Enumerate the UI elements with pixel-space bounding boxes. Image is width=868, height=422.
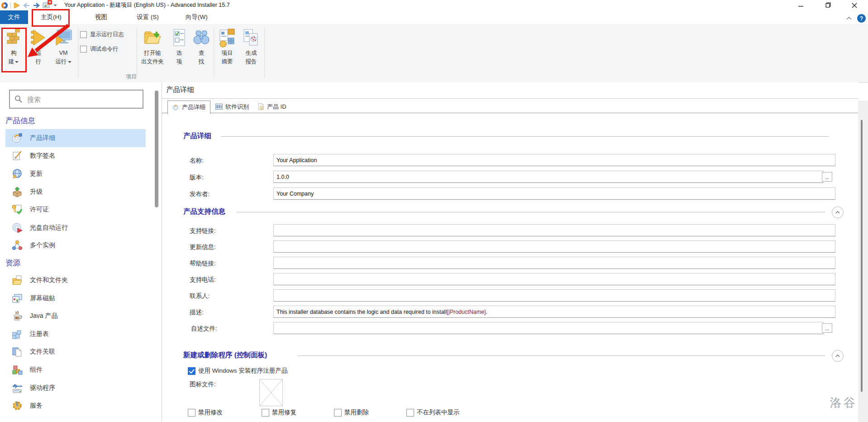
support-link-input[interactable] bbox=[273, 224, 835, 236]
build-report-icon bbox=[242, 28, 260, 48]
sidebar-search[interactable] bbox=[9, 90, 143, 109]
sidebar-item-services[interactable]: 服务 bbox=[5, 397, 146, 415]
contact-input[interactable] bbox=[273, 289, 835, 302]
restore-button[interactable] bbox=[818, 0, 838, 10]
readme-browse-button[interactable]: ... bbox=[822, 323, 832, 333]
field-label-publisher: 发布者: bbox=[190, 190, 210, 198]
sidebar-item-organization[interactable]: 组件 bbox=[5, 361, 146, 379]
readme-input[interactable] bbox=[273, 322, 824, 334]
forward-arrow-icon[interactable] bbox=[33, 2, 40, 9]
sidebar-item-upgrades[interactable]: 升级 bbox=[5, 183, 146, 201]
ribbon-separator bbox=[78, 28, 78, 78]
ribbon-separator bbox=[214, 28, 214, 78]
register-with-installer-checkbox[interactable]: 使用 Windows 安装程序注册产品 bbox=[188, 367, 287, 375]
sidebar-item-files-and-folders[interactable]: 文件和文件夹 bbox=[5, 271, 146, 289]
sidebar-item-file-associations[interactable]: 文件关联 bbox=[5, 343, 146, 361]
publisher-input[interactable] bbox=[273, 187, 835, 200]
services-gear-icon bbox=[12, 400, 23, 411]
cd-icon bbox=[172, 104, 179, 111]
chevron-up-icon bbox=[835, 211, 840, 214]
sidebar-item-autorun[interactable]: 光盘自动运行 bbox=[5, 219, 146, 237]
section-header-product-details: 产品详细 bbox=[183, 131, 215, 141]
page-title: 产品详细 bbox=[166, 85, 194, 95]
checkbox-icon bbox=[262, 409, 269, 417]
field-label-support-phone: 支持电话: bbox=[190, 276, 216, 284]
project-summary-button[interactable]: 项目 摘要 bbox=[215, 27, 239, 66]
collapse-support-section-button[interactable] bbox=[832, 206, 844, 218]
sidebar-item-multiple-instances[interactable]: 多个实例 bbox=[5, 237, 146, 255]
checkbox-icon bbox=[80, 46, 87, 53]
ribbon: 构 建 运 行 VM 运行 bbox=[0, 24, 868, 83]
field-label-icon-file: 图标文件: bbox=[190, 380, 216, 388]
sidebar-item-registry[interactable]: 注册表 bbox=[5, 325, 146, 343]
sidebar-item-java-products[interactable]: Java 产品 bbox=[5, 307, 146, 325]
cd-hand-icon bbox=[12, 133, 23, 144]
options-button[interactable]: 选 项 bbox=[168, 27, 190, 66]
minimize-icon bbox=[798, 3, 804, 8]
tab-wizards[interactable]: 向导(W) bbox=[182, 10, 211, 24]
project-summary-icon bbox=[218, 28, 236, 48]
disable-modify-checkbox[interactable]: 禁用修改 bbox=[188, 408, 223, 417]
navigation-sidebar: 产品信息 产品详细 数字签名 bbox=[0, 82, 162, 422]
tab-settings[interactable]: 设置 (S) bbox=[133, 10, 162, 24]
tab-view[interactable]: 视图 bbox=[91, 10, 111, 24]
field-label-update-info: 更新信息: bbox=[190, 243, 216, 251]
ribbon-separator bbox=[264, 28, 265, 78]
sidebar-scrollbar-thumb[interactable] bbox=[155, 91, 158, 207]
field-label-version: 版本: bbox=[190, 173, 204, 182]
tab-product-ids[interactable]: 产品 ID bbox=[253, 101, 291, 113]
product-name-token: [|ProductName] bbox=[447, 309, 486, 315]
help-button[interactable]: ? bbox=[857, 14, 866, 23]
debug-command-line-checkbox[interactable]: 调试命令行 bbox=[80, 45, 119, 53]
ribbon-tab-bar: 文件 主页(H) 视图 设置 (S) 向导(W) bbox=[0, 10, 868, 24]
notifications-icon[interactable]: 4 bbox=[43, 1, 50, 10]
version-browse-button[interactable]: ... bbox=[822, 172, 832, 182]
sidebar-item-drivers[interactable]: 驱动程序 bbox=[5, 379, 146, 397]
disable-remove-checkbox[interactable]: 禁用删除 bbox=[334, 408, 369, 417]
field-label-description: 描述: bbox=[190, 308, 204, 316]
open-output-folder-button[interactable]: 打开输 出文件夹 bbox=[138, 27, 167, 66]
hide-from-list-checkbox[interactable]: 不在列表中显示 bbox=[406, 408, 460, 417]
options-checklist-icon bbox=[171, 28, 187, 48]
field-label-contact: 联系人: bbox=[190, 292, 210, 300]
version-input[interactable] bbox=[273, 171, 824, 183]
update-info-input[interactable] bbox=[273, 240, 835, 253]
sidebar-group-product-info: 产品信息 bbox=[0, 112, 162, 129]
instances-nodes-icon bbox=[12, 240, 23, 251]
icon-file-placeholder[interactable] bbox=[259, 379, 283, 406]
sidebar-item-digital-signature[interactable]: 数字签名 bbox=[5, 147, 146, 165]
run-play-icon[interactable] bbox=[13, 2, 20, 9]
find-button[interactable]: 查 找 bbox=[191, 27, 212, 66]
qat-dropdown-icon[interactable] bbox=[53, 5, 57, 6]
tab-file[interactable]: 文件 bbox=[0, 10, 28, 24]
notification-badge: 4 bbox=[48, 0, 52, 5]
sidebar-item-updates[interactable]: 更新 bbox=[5, 165, 146, 183]
build-report-button[interactable]: 生成 报告 bbox=[240, 27, 262, 66]
content-scrollbar-thumb[interactable] bbox=[861, 120, 863, 392]
license-key-icon bbox=[12, 204, 23, 215]
disable-repair-checkbox[interactable]: 禁用修复 bbox=[262, 408, 296, 417]
checkbox-icon bbox=[80, 31, 87, 38]
sidebar-item-product-details[interactable]: 产品详细 bbox=[5, 129, 146, 147]
content-scrollbar-track[interactable] bbox=[858, 101, 868, 422]
name-input[interactable] bbox=[273, 154, 835, 166]
title-bar: 4 Your Application - 新建项目 (English US) -… bbox=[0, 0, 868, 10]
collapse-ribbon-icon[interactable] bbox=[846, 16, 852, 21]
help-link-input[interactable] bbox=[273, 257, 835, 269]
qat-separator bbox=[10, 2, 11, 9]
sidebar-item-licensing[interactable]: 许可证 bbox=[5, 201, 146, 219]
description-input[interactable]: This installer database contains the log… bbox=[273, 306, 835, 318]
close-button[interactable] bbox=[844, 0, 864, 10]
checkbox-icon bbox=[406, 409, 414, 417]
sidebar-item-screen-tiles[interactable]: 屏幕磁贴 bbox=[5, 289, 146, 307]
tab-software-identification[interactable]: 软件识别 bbox=[211, 101, 253, 113]
minimize-button[interactable] bbox=[791, 0, 811, 10]
tab-product-details[interactable]: 产品详细 bbox=[167, 101, 210, 114]
search-input[interactable] bbox=[26, 95, 143, 104]
barcode-icon bbox=[215, 104, 223, 110]
support-phone-input[interactable] bbox=[273, 273, 835, 285]
checkbox-icon bbox=[334, 409, 342, 417]
show-run-log-checkbox[interactable]: 显示运行日志 bbox=[80, 31, 124, 38]
back-arrow-icon[interactable] bbox=[23, 2, 30, 9]
collapse-addremove-section-button[interactable] bbox=[832, 350, 844, 362]
